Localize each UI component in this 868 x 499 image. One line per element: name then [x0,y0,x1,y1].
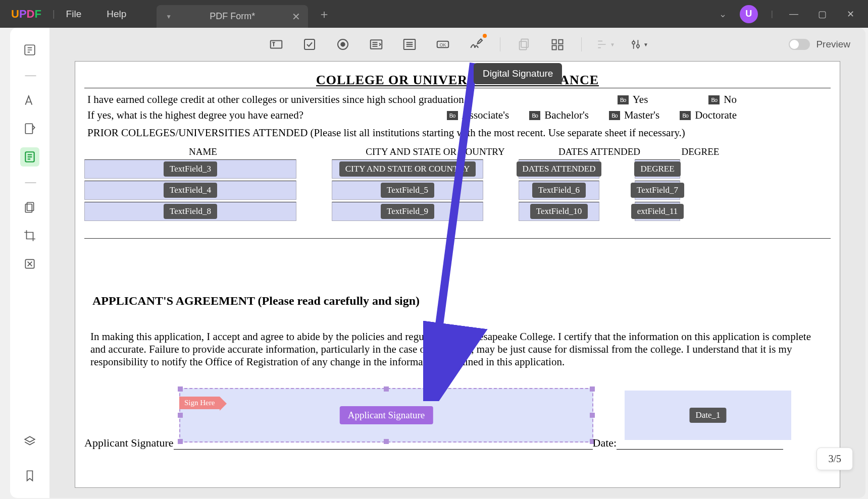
form-text-field[interactable]: TextField_5 [332,181,483,200]
form-text-field[interactable]: TextField_7 [635,181,680,200]
copy-tool[interactable] [515,35,534,54]
resize-handle[interactable] [590,386,595,392]
svg-rect-13 [271,41,282,48]
menu-help[interactable]: Help [107,9,126,20]
app-logo: UPDF [11,8,41,21]
form-text-field[interactable]: TextField_9 [332,202,483,221]
section-heading: COLLEGE OR UNIVERSITY ATTENDANCE [84,73,831,88]
checkbox-masters[interactable]: Bo [609,111,620,120]
crop-tool-button[interactable] [20,226,39,245]
window-close-icon[interactable]: ✕ [843,9,858,20]
document-tab[interactable]: ▼ PDF Form* ✕ [157,5,308,28]
form-text-field[interactable]: CITY AND STATE OR COUNTRY [332,159,483,179]
svg-text:OK: OK [440,42,446,47]
checkbox-bachelors[interactable]: Bo [529,111,540,120]
pages-tool-button[interactable] [20,198,39,217]
svg-rect-30 [558,40,563,44]
checkbox-doctorate[interactable]: Bo [680,111,691,120]
distribute-tool[interactable]: ▼ [596,35,615,54]
annotate-tool-button[interactable] [20,119,39,138]
thumbnails-button[interactable] [20,40,39,60]
bookmark-button[interactable] [20,466,39,485]
page-indicator[interactable]: 3/5 [816,448,853,470]
svg-rect-28 [520,41,527,49]
form-text-field[interactable]: TextField_10 [519,202,599,221]
form-text-field[interactable]: TextField_6 [519,181,599,200]
svg-point-16 [341,42,345,46]
window-maximize-icon[interactable]: ▢ [814,9,830,20]
form-text-field[interactable]: extField_11 [635,202,680,221]
form-text-field[interactable]: DEGREE [635,159,680,179]
user-avatar[interactable]: U [740,5,758,23]
svg-rect-31 [552,45,556,49]
edit-tool-button[interactable] [20,91,39,110]
checkbox-tool[interactable] [300,35,319,54]
preview-label: Preview [816,39,850,50]
new-tab-button[interactable]: ＋ [318,6,330,22]
svg-rect-14 [304,39,315,49]
signature-field-label: Applicant Signature [340,406,433,424]
form-text-field[interactable]: TextField_3 [84,159,296,179]
svg-rect-27 [521,39,528,47]
list-box-tool[interactable] [400,35,419,54]
svg-point-36 [632,41,635,44]
window-minimize-icon[interactable]: — [786,9,801,19]
redact-tool-button[interactable] [20,254,39,273]
agreement-text: In making this application, I accept and… [84,330,831,368]
form-toolbar: OK ▼ ▼ Preview [49,28,865,61]
text-field-tool[interactable] [267,35,286,54]
form-text-field[interactable]: TextField_8 [84,202,296,221]
signature-field-selected[interactable]: Sign Here Applicant Signature [179,388,593,442]
tooltip: Digital Signature [474,63,562,84]
digital-signature-tool[interactable] [467,35,486,54]
svg-rect-5 [25,124,32,134]
form-text-field[interactable]: TextField_4 [84,181,296,200]
left-tool-strip: — — [10,28,49,498]
date-text-field[interactable]: Date_1 [625,391,791,440]
checkbox-associates[interactable]: Bo [447,111,458,120]
align-tool[interactable] [548,35,567,54]
button-tool[interactable]: OK [433,35,452,54]
resize-handle[interactable] [178,413,183,418]
resize-handle[interactable] [384,386,389,392]
sign-here-tag: Sign Here [179,397,220,409]
checkbox-no[interactable]: Bo [708,95,720,104]
pdf-page[interactable]: COLLEGE OR UNIVERSITY ATTENDANCE I have … [75,61,840,488]
dropdown-tool[interactable] [367,35,386,54]
layers-button[interactable] [20,432,39,451]
svg-point-37 [637,45,639,47]
checkbox-yes[interactable]: Bo [618,95,629,104]
svg-rect-29 [552,40,556,44]
radio-button-tool[interactable] [333,35,352,54]
resize-handle[interactable] [178,386,183,392]
agreement-heading: APPLICANT'S AGREEMENT (Please read caref… [92,294,831,308]
form-tool-button[interactable] [20,147,39,167]
preview-toggle[interactable] [789,39,810,50]
settings-tool[interactable]: ▼ [629,35,648,54]
resize-handle[interactable] [590,413,595,418]
form-text-field[interactable]: DATES ATTENDED [519,159,599,179]
svg-rect-32 [558,45,563,49]
menu-file[interactable]: File [66,9,82,20]
tab-close-icon[interactable]: ✕ [292,11,300,23]
titlebar: UPDF | File Help ▼ PDF Form* ✕ ＋ ⌄ U | —… [0,0,868,28]
tab-title: PDF Form* [210,11,255,22]
chevron-down-icon[interactable]: ⌄ [719,9,727,20]
tab-dropdown-icon[interactable]: ▼ [166,13,172,20]
